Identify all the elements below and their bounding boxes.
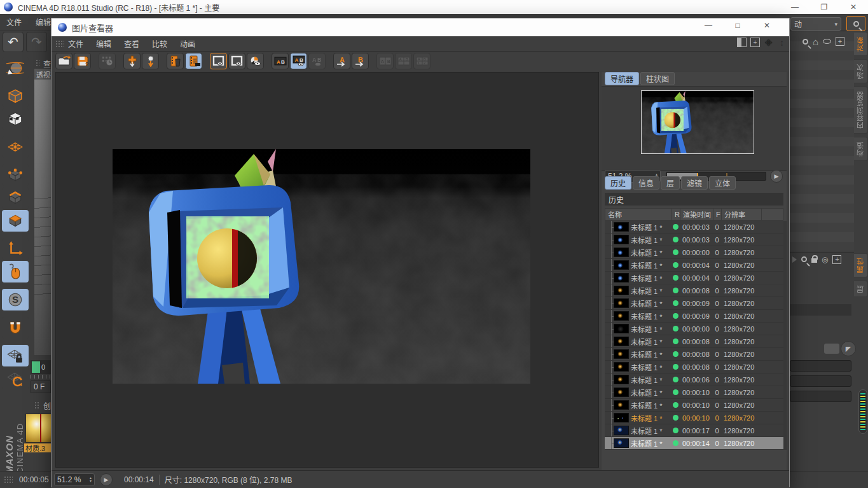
resize-panel-icon[interactable]: ↕ (777, 38, 787, 47)
pv-menu-item[interactable]: 文件 (68, 38, 83, 49)
timeline-marker[interactable] (32, 361, 40, 373)
grip-handle[interactable] (55, 40, 64, 48)
column-header-1[interactable]: 名称 (605, 209, 672, 220)
attribute-field[interactable] (790, 360, 851, 372)
pv-menu-item[interactable]: 动画 (180, 38, 195, 49)
pv-tool-layout-compare-seq-icon[interactable]: AB12 (413, 53, 431, 69)
add-icon[interactable]: + (836, 37, 844, 46)
side-tab-4[interactable]: 构造 (854, 137, 868, 161)
picture-viewer-titlebar[interactable]: 图片查看器 — □ ✕ (52, 18, 789, 36)
viewport-tab-label[interactable]: 透视视 (34, 69, 51, 80)
grip-handle[interactable] (4, 476, 13, 484)
restore-icon[interactable]: ❐ (809, 0, 839, 14)
pv-tool-layout-compare-grid-icon[interactable]: AB (395, 53, 412, 69)
make-editable-icon[interactable] (2, 57, 29, 79)
history-row[interactable]: 未标题 1 * 00:00:14 0 1280x720 (605, 437, 783, 450)
mode-arrow-icon[interactable] (792, 256, 797, 263)
column-header-3[interactable]: 渲染时间 (680, 209, 713, 220)
pv-tool-show-image-b-icon[interactable] (228, 53, 245, 69)
panel-tab-3[interactable]: 层 (661, 176, 680, 190)
history-row[interactable]: 未标题 1 * 00:00:04 0 1280x720 (605, 259, 783, 272)
panel-tab-5[interactable]: 立体 (709, 176, 736, 190)
picker-icon[interactable]: ◤ (841, 341, 856, 356)
pv-tool-ab-compare-icon[interactable]: AB (272, 53, 289, 69)
frame-field[interactable]: 0 F (31, 380, 51, 393)
pv-tool-ab-swap-icon[interactable]: AB (308, 53, 326, 69)
history-row[interactable]: 未标题 1 * 00:00:00 0 1280x720 (605, 246, 783, 259)
panel-tab-4[interactable]: 滤镜 (681, 176, 708, 190)
split-view-icon[interactable] (737, 38, 747, 47)
redo-button[interactable]: ↷ (26, 32, 47, 52)
pv-tool-layout-compare-side-icon[interactable]: AB (376, 53, 394, 69)
workplane-mode-icon[interactable] (2, 136, 29, 158)
pv-tool-save-image-icon[interactable]: ? (74, 53, 91, 69)
column-header-2[interactable]: R (672, 209, 680, 220)
pv-tool-delete-image-icon[interactable] (167, 53, 184, 69)
pv-tool-multi-channel-icon[interactable] (247, 53, 264, 69)
navigator-thumbnail[interactable] (641, 90, 754, 154)
polygons-mode-icon[interactable] (2, 210, 29, 232)
lock-icon[interactable] (811, 258, 817, 263)
history-row[interactable]: 未标题 1 * 00:00:06 0 1280x720 (605, 373, 783, 386)
history-row[interactable]: 未标题 1 * 00:00:08 0 1280x720 (605, 348, 783, 361)
history-row[interactable]: 未标题 1 * 00:00:08 0 1280x720 (605, 284, 783, 297)
close-icon[interactable]: ✕ (752, 18, 782, 32)
history-row[interactable]: 未标题 1 * 00:00:03 0 1280x720 (605, 234, 783, 246)
history-row[interactable]: 未标题 1 * 00:00:10 0 1280x720 (605, 399, 783, 412)
lock-workplane-icon[interactable] (2, 345, 29, 366)
pv-tool-ab-compare-visible-icon[interactable]: AB (290, 53, 307, 69)
history-row[interactable]: 未标题 1 * 00:00:08 0 1280x720 (605, 361, 783, 373)
model-mode-icon[interactable] (2, 85, 29, 107)
material-name-label[interactable]: 材质.3 (24, 443, 55, 452)
workplane-rotate-icon[interactable] (2, 368, 29, 389)
panel-tab-2[interactable]: 信息 (633, 176, 659, 190)
history-row[interactable]: 未标题 1 * 00:00:09 0 1280x720 (605, 297, 783, 310)
command-search-button[interactable] (846, 16, 865, 31)
main-menu-item[interactable]: 编辑 (36, 17, 51, 27)
close-icon[interactable]: ✕ (839, 0, 868, 14)
column-header-5[interactable]: 分辨率 (722, 209, 762, 220)
pv-tool-set-as-b-icon[interactable]: B (352, 53, 369, 69)
grip-handle[interactable] (36, 59, 39, 67)
home-icon[interactable]: ⌂ (813, 37, 818, 46)
side-tab-1[interactable]: 对象 (854, 32, 868, 56)
attribute-slider-knob[interactable] (824, 344, 839, 354)
history-row[interactable]: 未标题 1 * 00:00:10 0 1280x720 (605, 412, 783, 424)
column-header-4[interactable]: F (713, 209, 722, 220)
texture-mode-icon[interactable] (2, 108, 29, 130)
main-menu-item[interactable]: 文件 (6, 17, 22, 27)
pv-menu-item[interactable]: 编辑 (96, 38, 111, 49)
side-tab-2[interactable]: 场次 (854, 59, 868, 83)
maximize-icon[interactable]: □ (723, 18, 752, 32)
play-icon[interactable]: ▶ (770, 170, 783, 183)
side-tab-3[interactable]: 内容浏览器 (854, 87, 868, 134)
eye-icon[interactable] (823, 39, 831, 44)
pv-menu-item[interactable]: 比较 (152, 38, 167, 49)
side-tab-2[interactable]: 层 (854, 281, 868, 297)
new-panel-icon[interactable]: + (750, 38, 760, 47)
layout-dropdown[interactable]: 动 ▾ (790, 17, 841, 31)
material-thumbnail[interactable] (25, 414, 53, 443)
target-icon[interactable]: ◎ (822, 255, 828, 264)
minimize-icon[interactable]: — (694, 18, 723, 32)
pv-tool-open-image-icon[interactable] (55, 53, 72, 69)
stepper-icon[interactable]: ▴▾ (90, 477, 92, 483)
pv-tool-copy-to-picture-icon[interactable] (142, 53, 159, 69)
pv-tool-render-settings-icon[interactable] (99, 53, 116, 69)
history-row[interactable]: 未标题 1 * 00:00:03 0 1280x720 (605, 221, 783, 234)
snap-icon[interactable]: S (2, 289, 29, 310)
pv-tool-set-as-a-icon[interactable]: A (333, 53, 350, 69)
add-icon[interactable]: + (832, 255, 841, 264)
history-row[interactable]: 未标题 1 * 00:00:09 0 1280x720 (605, 310, 783, 323)
scrollbar[interactable] (783, 221, 787, 450)
search-icon[interactable] (801, 256, 807, 262)
history-row[interactable]: 未标题 1 * 00:00:08 0 1280x720 (605, 335, 783, 348)
attribute-field[interactable] (790, 375, 851, 387)
tab-navigator[interactable]: 导航器 (605, 72, 639, 85)
image-canvas[interactable] (55, 72, 599, 468)
status-zoom-input[interactable]: 51.2 %▴▾ (54, 473, 95, 486)
points-mode-icon[interactable] (2, 164, 29, 186)
history-column-header[interactable]: 名称R渲染时间F分辨率 (605, 208, 783, 221)
pv-tool-copy-to-viewport-icon[interactable] (123, 53, 141, 69)
side-tab-1[interactable]: 属性 (854, 253, 868, 277)
